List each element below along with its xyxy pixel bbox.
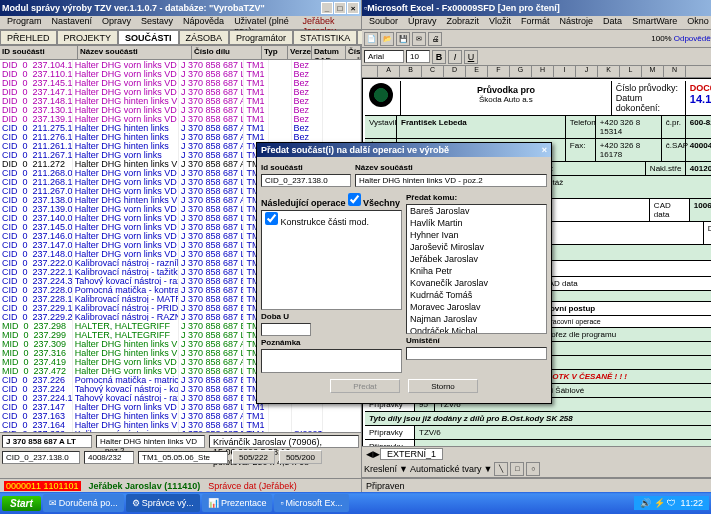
list-item[interactable]: Kudrnáč Tomáš [407,289,546,301]
dlg-doba[interactable] [261,323,311,336]
excel-toolbar2[interactable]: Arial 10 BIU [362,48,711,66]
bottom-panel: J 370 858 687 A LT Halter DHG hinten lin… [0,432,361,478]
table-row[interactable]: DID_0_237.145.1Halter DHG vorn links VDJ… [0,78,361,87]
table-row[interactable]: CID_0_237.163Halter DHG hinten links VDJ… [0,411,361,420]
excel-draw-toolbar[interactable]: Kreslení▼ Automatické tvary▼ ╲□○ [362,460,711,478]
excel-toolbar1[interactable]: 📄📂💾✉🖨 100% Odpovědět se změnami... [362,30,711,48]
min-btn[interactable]: _ [321,2,333,14]
task-excel[interactable]: ▫ Microsoft Ex... [274,494,348,512]
tab-prehled: PŘEHLED [0,30,57,45]
btn-505-222[interactable]: 505/222 [232,450,275,464]
dialog-close[interactable]: × [542,145,547,155]
tab-stat: STATISTIKA [293,30,357,45]
dlg-umis[interactable] [406,347,547,360]
excel-status: Připraven 123 [362,478,711,492]
max-btn[interactable]: □ [334,2,346,14]
btn-505-200[interactable]: 505/200 [279,450,322,464]
excel-col-headers[interactable]: ABCDEFGHIJKLMN [362,66,711,78]
list-item[interactable]: Hyhner Ivan [407,229,546,241]
list-item[interactable]: Ondráček Michal [407,325,546,334]
predat-dialog: Předat součást(i) na další operaci ve vý… [256,142,552,404]
dlg-pozn[interactable] [261,349,402,373]
table-row[interactable]: DID_0_237.104.1Halter DHG vorn links VDJ… [0,60,361,69]
start-button[interactable]: Start [2,496,41,511]
tray-icons[interactable]: 🔊 ⚡ 🛡 [640,498,676,508]
list-item[interactable]: Bareš Jaroslav [407,205,546,217]
bp-id[interactable]: J 370 858 687 A LT [2,435,92,448]
dlg-id[interactable]: CID_0_237.138.0 [261,174,351,187]
tab-prog: Programátor [229,30,293,45]
op-list[interactable]: Konstrukce části mod. [261,210,402,310]
list-item[interactable]: Moravec Jaroslav [407,301,546,313]
list-item[interactable]: Havlík Martin [407,217,546,229]
table-row[interactable]: DID_0_237.139.1Halter DHG vorn links VDJ… [0,114,361,123]
list-item[interactable]: Najman Jaroslav [407,313,546,325]
tzv-status: 0000011 1101101 Jeřábek Jaroslav (111410… [0,478,361,492]
task-spravce[interactable]: ⚙ Správce vý... [126,494,200,512]
skoda-logo [369,83,393,107]
excel-titlebar: ▫ Microsoft Excel - Fx00009SFD [Jen pro … [362,0,711,16]
dlg-name[interactable]: Halter DHG hinten links VD - poz.2 [355,174,547,187]
list-item[interactable]: Jaroševič Miroslav [407,241,546,253]
list-item[interactable]: Jeřábek Jaroslav [407,253,546,265]
excel-menu[interactable]: SouborÚpravyZobrazitVložitFormátNástroje… [362,16,711,30]
grid-header: ID součásti Název součásti Číslo dílu Ty… [0,46,361,60]
table-row[interactable]: DID_0_237.130.1Halter DHG vorn links VDJ… [0,105,361,114]
table-row[interactable]: CID_0_211.276.1Halter DHG hinten linksJ … [0,132,361,141]
tzv-tabs[interactable]: PŘEHLED PROJEKTY SOUČÁSTI ZÁSOBA Program… [0,30,361,46]
table-row[interactable]: CID_0_237.164Halter DHG hinten links VD … [0,420,361,429]
clock: 11:22 [680,498,703,508]
table-row[interactable]: DID_0_237.148.1Halter DHG hinten links V… [0,96,361,105]
table-row[interactable]: DID_0_237.147.1Halter DHG vorn links VDJ… [0,87,361,96]
bp-tooltip: Krivánčík Jaroslav (70906), 15.06.2006 5… [209,435,359,448]
close-btn[interactable]: × [347,2,359,14]
task-prezentace[interactable]: 📊 Prezentace [202,494,273,512]
list-item[interactable]: Kniha Petr [407,265,546,277]
task-outlook[interactable]: ✉ Doručená po... [43,494,124,512]
system-tray[interactable]: 🔊 ⚡ 🛡 11:22 [634,496,709,510]
table-row[interactable]: CID_0_211.275.1Halter DHG hinten linksJ … [0,123,361,132]
people-list[interactable]: Bareš JaroslavHavlík MartinHyhner IvanJa… [406,204,547,334]
sheet-tabs[interactable]: ◀▶ EXTERNÍ_1 [362,446,711,460]
list-item[interactable]: Kovanečík Jaroslav [407,277,546,289]
tab-soucasti: SOUČÁSTI [118,30,179,45]
tzv-titlebar: Modul správy výroby TZV ver.1.1.0.7 - da… [0,0,361,16]
tzv-menubar[interactable]: ProgramNastaveníOpravySestavyNápověda Už… [0,16,361,30]
btn-storno[interactable]: Storno [408,379,478,393]
chk-vsechny[interactable] [348,193,361,206]
bp-name[interactable]: Halter DHG hinten links VD - poz.2 [96,435,205,448]
dialog-title: Předat součást(i) na další operaci ve vý… [261,145,542,155]
btn-predat[interactable]: Předat [330,379,400,393]
tab-zasoba: ZÁSOBA [179,30,230,45]
table-row[interactable]: DID_0_237.110.1Halter DHG vorn links VDJ… [0,69,361,78]
tab-projekty: PROJEKTY [57,30,119,45]
taskbar[interactable]: Start ✉ Doručená po... ⚙ Správce vý... 📊… [0,492,711,514]
